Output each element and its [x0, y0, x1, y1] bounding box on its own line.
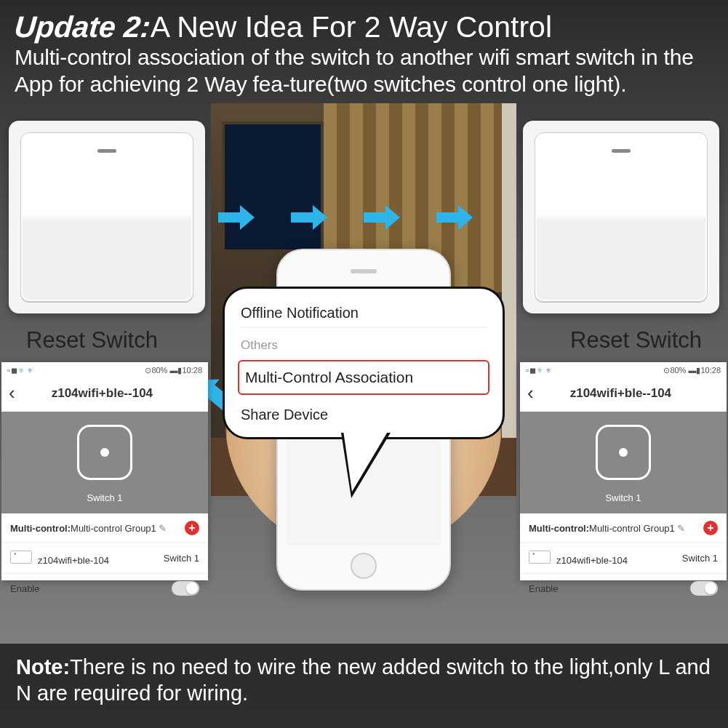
status-right: ⊙80% ▬▮10:28 [145, 366, 202, 375]
wall-graphic [502, 103, 516, 496]
callout-share: Share Device [241, 398, 487, 429]
app-screenshot-left: ▫◼ᯤᯤ ⊙80% ▬▮10:28 ‹ z104wifi+ble--104 Sw… [1, 362, 208, 580]
add-button[interactable]: + [703, 521, 718, 535]
device-dot-icon [619, 448, 628, 457]
status-icons-left: ▫◼ᯤᯤ [7, 366, 36, 375]
note-bold: Note: [16, 655, 70, 679]
reset-label-left: Reset Switch [26, 327, 158, 353]
status-time: 10:28 [182, 366, 202, 375]
switch-tile-icon [10, 551, 32, 564]
device-tile[interactable] [596, 425, 651, 480]
mc-label: Multi-control: [10, 523, 71, 534]
title-rest: A New Idea For 2 Way Control [151, 10, 552, 44]
status-right: ⊙80% ▬▮10:28 [663, 366, 721, 375]
mc-label: Multi-control: [529, 523, 589, 534]
multi-control-row: Multi-control:Multi-control Group1 ✎ + [1, 513, 208, 543]
device-visual: Switch 1 [520, 412, 727, 513]
app-header: ‹ z104wifi+ble--104 [520, 379, 727, 412]
phone-speaker [351, 269, 377, 273]
callout-mca-highlighted: Multi-Control Association [238, 360, 489, 395]
add-button[interactable]: + [185, 521, 199, 535]
switch-tile-icon [529, 551, 551, 564]
reset-label-right: Reset Switch [570, 327, 702, 353]
device-name: Switch 1 [520, 492, 727, 503]
device-row: z104wifi+ble-104 Switch 1 [1, 543, 208, 574]
enable-toggle[interactable] [690, 581, 718, 596]
battery-level: 80% [670, 366, 686, 375]
row-switch-name: Switch 1 [164, 553, 199, 564]
app-title: z104wifi+ble--104 [570, 386, 671, 401]
multi-control-row: Multi-control:Multi-control Group1 ✎ + [520, 513, 727, 543]
row-device-name: z104wifi+ble-104 [38, 555, 109, 566]
enable-row: Enable [520, 574, 727, 603]
device-name: Switch 1 [1, 492, 208, 503]
title: Update 2:A New Idea For 2 Way Control [15, 10, 713, 44]
mc-group: Multi-control Group1 [589, 523, 675, 534]
switch-button-left [20, 132, 193, 302]
arrow-right-icon [364, 205, 400, 230]
pencil-icon[interactable]: ✎ [159, 523, 167, 534]
description: Multi-control association of the switch … [15, 44, 713, 97]
window-graphic [222, 121, 324, 252]
arrow-right-icon [291, 205, 327, 230]
row-device-name: z104wifi+ble-104 [556, 555, 628, 566]
device-visual: Switch 1 [1, 412, 208, 513]
callout-others: Others [241, 328, 487, 357]
device-row: z104wifi+ble-104 Switch 1 [520, 543, 727, 574]
switch-button-right [535, 132, 708, 302]
enable-toggle[interactable] [172, 581, 199, 596]
main-illustration: Tap-to-Run and Automation› Third-party A… [0, 103, 728, 496]
back-button[interactable]: ‹ [9, 382, 15, 404]
status-time: 10:28 [700, 366, 721, 375]
app-screenshot-right: ▫◼ᯤᯤ ⊙80% ▬▮10:28 ‹ z104wifi+ble--104 Sw… [520, 362, 727, 580]
wall-switch-left [9, 121, 205, 313]
callout-popup: Offline Notification Others Multi-Contro… [223, 287, 505, 439]
back-button[interactable]: ‹ [527, 382, 534, 404]
title-bold: Update 2: [13, 10, 152, 44]
wall-switch-right [523, 121, 719, 313]
arrow-right-icon [218, 205, 255, 230]
pencil-icon[interactable]: ✎ [677, 523, 685, 534]
note-text: There is no need to wire the new added s… [16, 655, 711, 705]
row-switch-name: Switch 1 [682, 553, 718, 564]
footer-note: Note:There is no need to wire the new ad… [0, 644, 728, 728]
app-title: z104wifi+ble--104 [52, 386, 153, 401]
status-bar: ▫◼ᯤᯤ ⊙80% ▬▮10:28 [1, 362, 208, 379]
device-dot-icon [100, 448, 109, 457]
app-header: ‹ z104wifi+ble--104 [1, 379, 208, 412]
phone-home-button [351, 553, 377, 579]
callout-offline: Offline Notification [241, 299, 487, 328]
enable-label: Enable [10, 583, 39, 594]
status-bar: ▫◼ᯤᯤ ⊙80% ▬▮10:28 [520, 362, 727, 379]
mc-group: Multi-control Group1 [71, 523, 156, 534]
callout-tail [341, 433, 391, 498]
enable-row: Enable [1, 574, 208, 603]
battery-level: 80% [151, 366, 167, 375]
enable-label: Enable [529, 583, 558, 594]
header: Update 2:A New Idea For 2 Way Control Mu… [0, 0, 728, 103]
device-tile[interactable] [77, 425, 132, 480]
arrow-right-icon [436, 205, 473, 230]
status-icons-left: ▫◼ᯤᯤ [526, 366, 554, 375]
